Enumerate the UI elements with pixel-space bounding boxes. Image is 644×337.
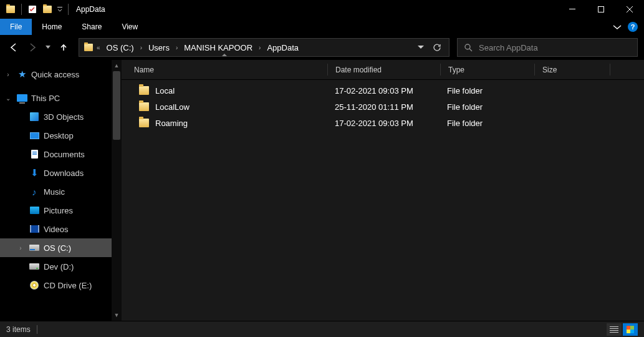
nav-sidebar: › ★ Quick access ⌄ This PC 3D Objects De… (0, 60, 122, 321)
sidebar-item-videos[interactable]: Videos (0, 220, 112, 238)
table-row[interactable]: LocalLow 25-11-2020 01:11 PM File folder (122, 99, 644, 115)
maximize-button[interactable] (587, 0, 615, 19)
svg-rect-3 (598, 7, 604, 12)
separator (37, 325, 37, 334)
sidebar-scrollbar[interactable]: ▲ ▼ (112, 60, 122, 321)
file-list-pane: Name Date modified Type Size Local 17-02… (122, 60, 644, 321)
crumb-current[interactable]: AppData (263, 39, 302, 56)
breadcrumb-overflow[interactable]: « (95, 44, 102, 51)
pc-icon (16, 93, 27, 103)
sidebar-item-label: 3D Objects (44, 112, 84, 122)
help-button[interactable]: ? (628, 22, 638, 32)
column-headers: Name Date modified Type Size (122, 60, 644, 80)
crumb-label: Users (148, 43, 170, 52)
view-details-button[interactable] (607, 323, 622, 336)
status-bar: 3 items (0, 321, 644, 337)
qat-customize-dropdown[interactable] (55, 2, 64, 16)
crumb-os[interactable]: OS (C:) (103, 39, 138, 56)
sidebar-item-label: Dev (D:) (44, 262, 74, 271)
expand-chevron-icon[interactable]: › (16, 245, 25, 252)
sidebar-item-label: Pictures (44, 206, 73, 215)
table-row[interactable]: Roaming 17-02-2021 09:03 PM File folder (122, 115, 644, 131)
recent-locations-dropdown[interactable] (44, 40, 52, 55)
star-icon: ★ (16, 69, 27, 79)
sidebar-item-label: Videos (44, 225, 69, 234)
sidebar-item-label: CD Drive (E:) (44, 281, 92, 290)
music-icon: ♪ (29, 187, 40, 197)
column-date[interactable]: Date modified (328, 60, 440, 79)
sidebar-item-music[interactable]: ♪ Music (0, 182, 112, 201)
qat-properties-button[interactable] (26, 2, 39, 16)
address-dropdown-button[interactable] (418, 46, 424, 49)
minimize-button[interactable] (558, 0, 587, 19)
crumb-users[interactable]: Users (145, 39, 173, 56)
drive-icon (29, 261, 40, 271)
sidebar-item-documents[interactable]: Documents (0, 145, 112, 164)
sidebar-item-label: Downloads (44, 168, 84, 178)
chevron-right-icon[interactable]: › (257, 44, 262, 51)
main-area: › ★ Quick access ⌄ This PC 3D Objects De… (0, 60, 644, 321)
file-date: 17-02-2021 09:03 PM (327, 119, 440, 128)
column-label: Name (134, 66, 154, 74)
chevron-right-icon[interactable]: › (139, 44, 143, 51)
column-size[interactable]: Size (535, 60, 610, 79)
column-type[interactable]: Type (441, 60, 534, 79)
sidebar-quick-access[interactable]: › ★ Quick access (0, 65, 112, 84)
sidebar-item-downloads[interactable]: ⬇ Downloads (0, 164, 112, 182)
address-bar[interactable]: « OS (C:) › Users › MANISH KAPOOR › AppD… (79, 38, 449, 57)
collapse-chevron-icon[interactable]: ⌄ (4, 95, 12, 102)
sidebar-item-pictures[interactable]: Pictures (0, 201, 112, 220)
svg-point-4 (465, 44, 470, 49)
file-type: File folder (440, 86, 533, 95)
crumb-user[interactable]: MANISH KAPOOR (180, 39, 256, 56)
expand-chevron-icon[interactable]: › (4, 71, 12, 78)
drive-icon (29, 243, 40, 253)
download-icon: ⬇ (29, 168, 40, 178)
file-name: LocalLow (155, 102, 190, 112)
file-type: File folder (440, 119, 533, 128)
folder-icon (139, 86, 149, 95)
sidebar-this-pc[interactable]: ⌄ This PC (0, 89, 112, 107)
tab-file[interactable]: File (0, 19, 32, 35)
sidebar-item-desktop[interactable]: Desktop (0, 126, 112, 145)
folder-icon (139, 119, 149, 127)
scroll-up-icon[interactable]: ▲ (112, 60, 122, 71)
forward-button[interactable] (25, 40, 40, 55)
tab-view[interactable]: View (112, 19, 148, 35)
column-divider[interactable] (610, 64, 610, 76)
up-button[interactable] (56, 40, 71, 55)
back-button[interactable] (6, 40, 21, 55)
sidebar-item-3d-objects[interactable]: 3D Objects (0, 107, 112, 126)
tab-share[interactable]: Share (72, 19, 112, 35)
tab-home[interactable]: Home (32, 19, 72, 35)
file-type: File folder (440, 102, 533, 112)
sidebar-item-dev-drive[interactable]: Dev (D:) (0, 257, 112, 276)
ribbon-collapse-button[interactable] (613, 24, 622, 30)
refresh-button[interactable] (433, 43, 441, 52)
column-name[interactable]: Name (122, 60, 327, 79)
crumb-label: MANISH KAPOOR (184, 43, 252, 52)
window-controls (558, 0, 644, 19)
chevron-right-icon[interactable]: › (175, 44, 179, 51)
view-thumbnails-button[interactable] (623, 323, 638, 336)
file-date: 25-11-2020 01:11 PM (327, 102, 440, 112)
sidebar-item-label: Documents (44, 150, 85, 159)
grid-icon (627, 326, 634, 333)
file-date: 17-02-2021 09:03 PM (327, 86, 440, 95)
scroll-down-icon[interactable]: ▼ (112, 310, 122, 321)
close-button[interactable] (615, 0, 644, 19)
scroll-thumb[interactable] (113, 71, 120, 140)
file-name: Roaming (155, 119, 188, 128)
sidebar-item-label: This PC (31, 94, 60, 103)
qat-new-folder-button[interactable] (41, 2, 54, 16)
sidebar-item-cd-drive[interactable]: CD Drive (E:) (0, 276, 112, 295)
sidebar-item-label: Desktop (44, 131, 74, 140)
sidebar-item-label: OS (C:) (44, 243, 71, 253)
table-row[interactable]: Local 17-02-2021 09:03 PM File folder (122, 82, 644, 99)
svg-rect-1 (57, 7, 62, 7)
sidebar-item-os-drive[interactable]: › OS (C:) (0, 238, 112, 257)
sidebar-item-label: Quick access (31, 70, 79, 79)
quick-access-toolbar (0, 2, 71, 16)
crumb-label: OS (C:) (107, 43, 134, 52)
search-input[interactable]: Search AppData (457, 38, 638, 57)
